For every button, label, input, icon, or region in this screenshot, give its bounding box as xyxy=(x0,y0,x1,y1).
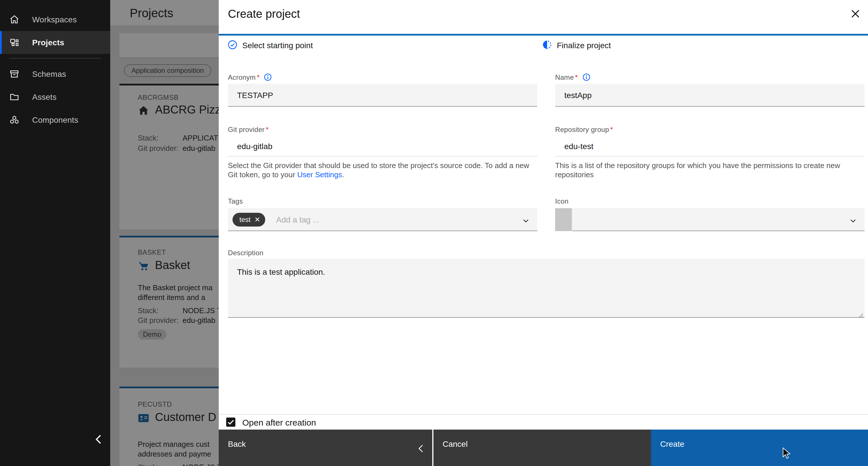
git-provider-rule xyxy=(228,156,537,157)
repository-group-label: Repository group* xyxy=(555,126,613,134)
sidebar-item-components[interactable]: Components xyxy=(0,108,110,131)
git-provider-helper: Select the Git provider that should be u… xyxy=(228,161,529,179)
archive-icon xyxy=(10,69,19,78)
name-input[interactable]: testApp xyxy=(555,84,865,107)
checkmark-icon xyxy=(226,418,236,427)
git-provider-value: edu-gitlab xyxy=(237,142,272,151)
description-label: Description xyxy=(228,249,264,257)
sidebar-item-label: Components xyxy=(32,115,79,125)
tags-label: Tags xyxy=(228,197,243,205)
tag-chip-test[interactable]: test ✕ xyxy=(232,213,266,227)
icon-label: Icon xyxy=(555,197,569,205)
sidebar-item-label: Assets xyxy=(32,92,57,101)
sidebar-collapse-button[interactable] xyxy=(91,431,107,447)
helper-line: This is a list of the repository groups … xyxy=(555,161,840,170)
close-icon xyxy=(847,6,863,22)
acronym-label: Acronym* xyxy=(228,72,272,81)
required-asterisk: * xyxy=(575,73,578,81)
chevron-left-icon xyxy=(418,444,424,453)
step-complete-icon xyxy=(228,40,237,49)
footer-divider xyxy=(219,414,868,415)
modal-title: Create project xyxy=(228,7,300,21)
helper-line: Select the Git provider that should be u… xyxy=(228,161,529,170)
close-button[interactable] xyxy=(847,6,863,22)
repository-group-helper: This is a list of the repository groups … xyxy=(555,161,840,179)
tags-combobox[interactable]: test ✕ Add a tag ... xyxy=(228,208,537,231)
side-nav: Workspaces Projects Schemas Assets Comp xyxy=(0,0,110,466)
label-text: Repository group xyxy=(555,126,609,134)
name-value: testApp xyxy=(564,91,592,100)
sidebar-item-assets[interactable]: Assets xyxy=(0,86,110,108)
resize-handle[interactable] xyxy=(858,310,863,315)
required-asterisk: * xyxy=(266,126,269,134)
sidebar-divider xyxy=(9,58,101,59)
cancel-label: Cancel xyxy=(443,439,468,448)
home-icon xyxy=(10,15,19,24)
sidebar-item-projects[interactable]: Projects xyxy=(0,31,110,54)
create-button[interactable]: Create xyxy=(651,430,868,466)
label-text: Git provider xyxy=(228,126,265,134)
folder-icon xyxy=(10,92,19,101)
cubes-icon xyxy=(10,115,19,125)
sidebar-item-label: Projects xyxy=(32,38,64,47)
step-label: Select starting point xyxy=(242,41,313,50)
create-label: Create xyxy=(660,439,684,448)
chevron-down-icon xyxy=(849,216,857,223)
user-settings-link[interactable]: User Settings xyxy=(297,170,342,179)
sidebar-item-label: Workspaces xyxy=(32,15,77,24)
chevron-down-icon xyxy=(522,216,529,223)
tag-chip-close-icon[interactable]: ✕ xyxy=(255,213,260,227)
tag-chip-label: test xyxy=(239,215,251,224)
back-button[interactable]: Back xyxy=(219,430,433,466)
category-icon xyxy=(10,38,19,47)
git-provider-label: Git provider* xyxy=(228,126,269,134)
helper-line: Git token, go to your xyxy=(228,170,297,179)
sidebar-item-schemas[interactable]: Schemas xyxy=(0,63,110,86)
cancel-button[interactable]: Cancel xyxy=(433,430,651,466)
required-asterisk: * xyxy=(610,126,613,134)
acronym-value: TESTAPP xyxy=(237,91,273,100)
step-current-icon xyxy=(542,40,552,49)
info-icon[interactable] xyxy=(582,73,590,81)
modal-header-rule xyxy=(219,34,868,36)
chevron-left-icon xyxy=(91,431,107,447)
helper-line: . xyxy=(342,170,344,179)
create-project-modal: Create project Select starting point Fin… xyxy=(219,0,868,466)
screen: Projects Application composition ABCRGMS… xyxy=(0,0,868,466)
description-textarea[interactable]: This is a test application. xyxy=(228,259,865,318)
helper-line: repositories xyxy=(555,170,594,179)
sidebar-item-label: Schemas xyxy=(32,69,66,78)
repository-group-rule xyxy=(555,156,865,157)
description-value: This is a test application. xyxy=(237,267,325,276)
sidebar-item-workspaces[interactable]: Workspaces xyxy=(0,8,110,31)
add-tag-placeholder: Add a tag ... xyxy=(276,215,319,224)
repository-group-value: edu-test xyxy=(564,142,593,151)
back-label: Back xyxy=(228,439,246,448)
acronym-input[interactable]: TESTAPP xyxy=(228,84,537,107)
info-icon[interactable] xyxy=(265,73,272,81)
icon-dropdown[interactable] xyxy=(555,208,865,231)
name-label: Name* xyxy=(555,72,590,81)
open-after-creation-label[interactable]: Open after creation xyxy=(242,418,316,427)
open-after-creation-checkbox[interactable] xyxy=(226,418,236,427)
label-text: Name xyxy=(555,73,574,81)
required-asterisk: * xyxy=(257,73,260,81)
label-text: Acronym xyxy=(228,73,256,81)
icon-preview-swatch xyxy=(555,208,572,231)
step-label: Finalize project xyxy=(557,41,611,50)
